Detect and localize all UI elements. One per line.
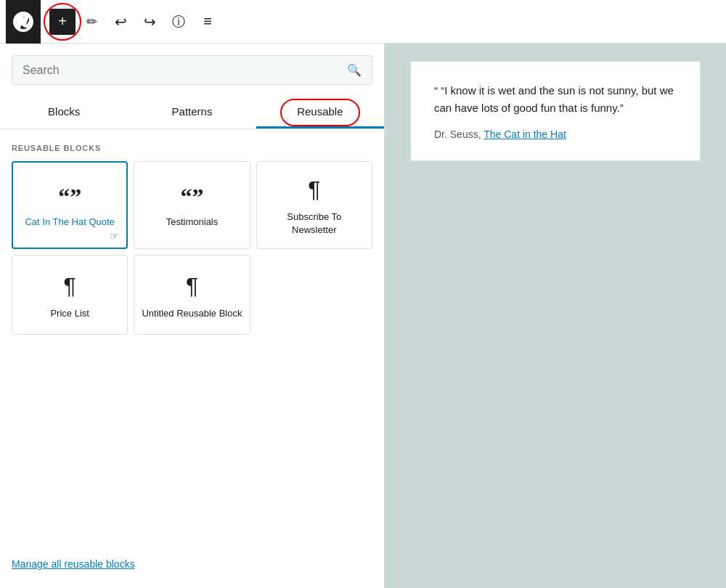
untitled-label: Untitled Reusable Block	[142, 307, 242, 320]
wp-logo-icon	[13, 12, 33, 32]
price-list-label: Price List	[50, 307, 89, 320]
add-block-button[interactable]: +	[49, 9, 76, 35]
toolbar: + ✏ ↩ ↪ ⓘ ≡	[0, 0, 726, 44]
testimonials-label: Testimonials	[166, 216, 219, 229]
add-block-button-wrapper: +	[49, 9, 76, 35]
redo-icon: ↪	[144, 13, 156, 30]
attribution-link[interactable]: The Cat in the Hat	[484, 128, 566, 140]
search-icon: 🔍	[347, 63, 362, 77]
list-view-button[interactable]: ≡	[195, 9, 221, 35]
undo-button[interactable]: ↩	[107, 9, 134, 35]
edit-icon: ✏	[86, 14, 97, 30]
tab-reusable[interactable]: Reusable	[256, 97, 384, 128]
main-area: 🔍 Blocks Patterns Reusable REUSABLE BLOC…	[0, 44, 726, 588]
content-area: “ “I know it is wet and the sun is not s…	[385, 44, 726, 588]
reusable-blocks-grid: “” Cat In The Hat Quote ☞ “” Testimonial…	[0, 161, 384, 335]
info-button[interactable]: ⓘ	[166, 9, 192, 35]
block-item-subscribe[interactable]: ¶ Subscribe To Newsletter	[256, 161, 372, 249]
redo-button[interactable]: ↪	[136, 9, 163, 35]
info-icon: ⓘ	[172, 13, 185, 30]
manage-link-area: Manage all reusable blocks	[12, 546, 372, 571]
search-box: 🔍	[12, 55, 372, 85]
manage-all-reusable-blocks-link[interactable]: Manage all reusable blocks	[12, 558, 135, 570]
sidebar: 🔍 Blocks Patterns Reusable REUSABLE BLOC…	[0, 44, 385, 588]
untitled-icon: ¶	[186, 273, 198, 300]
subscribe-label: Subscribe To Newsletter	[264, 211, 364, 237]
cat-in-hat-label: Cat In The Hat Quote	[25, 216, 114, 229]
tab-blocks[interactable]: Blocks	[0, 97, 128, 128]
cursor-pointer-icon: ☞	[110, 230, 119, 242]
quote-text: “ “I know it is wet and the sun is not s…	[434, 82, 677, 117]
testimonials-icon: “”	[180, 185, 203, 208]
tab-patterns[interactable]: Patterns	[128, 97, 256, 128]
reusable-blocks-label: REUSABLE BLOCKS	[0, 129, 384, 161]
quote-card: “ “I know it is wet and the sun is not s…	[410, 61, 701, 161]
undo-icon: ↩	[115, 13, 127, 30]
search-input[interactable]	[23, 64, 341, 77]
edit-button[interactable]: ✏	[78, 9, 105, 35]
block-item-testimonials[interactable]: “” Testimonials	[134, 161, 250, 249]
sidebar-scroll-area: REUSABLE BLOCKS “” Cat In The Hat Quote …	[0, 129, 384, 588]
cat-in-hat-icon: “”	[58, 185, 81, 208]
search-area: 🔍	[0, 44, 384, 85]
block-item-cat-in-hat[interactable]: “” Cat In The Hat Quote ☞	[12, 161, 128, 249]
attribution-prefix: Dr. Seuss,	[434, 128, 484, 140]
list-view-icon: ≡	[203, 13, 212, 30]
block-item-untitled[interactable]: ¶ Untitled Reusable Block	[134, 255, 250, 335]
quote-attribution: Dr. Seuss, The Cat in the Hat	[434, 128, 677, 140]
price-list-icon: ¶	[64, 273, 76, 300]
tabs-bar: Blocks Patterns Reusable	[0, 97, 384, 129]
tab-reusable-wrapper: Reusable	[256, 97, 384, 128]
wp-logo	[6, 0, 41, 44]
block-item-price-list[interactable]: ¶ Price List	[12, 255, 128, 335]
subscribe-icon: ¶	[308, 176, 320, 203]
